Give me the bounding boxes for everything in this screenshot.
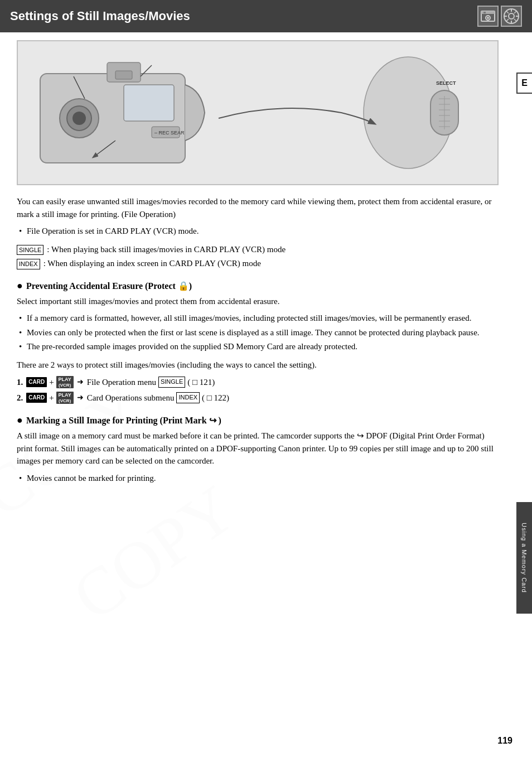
step1-line: 1. CARD + PLAY (VCR) ➜ File Operation me… bbox=[17, 375, 499, 389]
intro-bullet-1: File Operation is set in CARD PLAY (VCR)… bbox=[17, 225, 499, 238]
svg-point-20 bbox=[72, 112, 86, 125]
section1-bullets: If a memory card is formatted, however, … bbox=[17, 312, 499, 353]
section1-heading: Preventing Accidental Erasure (Protect 🔒… bbox=[17, 280, 499, 292]
page-title: Settings of Still Images/Movies bbox=[10, 9, 190, 23]
step2-ref: ( □ 122) bbox=[202, 391, 229, 404]
still-image-icon bbox=[477, 6, 499, 27]
section2-bullet-1: Movies cannot be marked for printing. bbox=[17, 472, 499, 485]
right-sidebar-label: Using a Memory Card bbox=[516, 502, 532, 614]
step2-line: 2. CARD + PLAY (VCR) ➜ Card Operations s… bbox=[17, 391, 499, 404]
step1-card-badge: CARD bbox=[26, 377, 47, 387]
svg-rect-25 bbox=[115, 71, 132, 79]
step2-text: Card Operations submenu bbox=[87, 391, 175, 404]
header-icons bbox=[477, 6, 522, 27]
step2-num: 2. bbox=[17, 391, 23, 404]
svg-line-15 bbox=[514, 11, 516, 13]
sidebar-text: Using a Memory Card bbox=[521, 523, 528, 593]
step1-plus: + bbox=[49, 375, 54, 389]
mode-line-single: SINGLE : When playing back still images/… bbox=[17, 243, 499, 256]
svg-line-14 bbox=[514, 19, 516, 21]
svg-rect-22 bbox=[124, 85, 174, 121]
diagram-image: – REC SEAR bbox=[17, 40, 499, 185]
step1-play-bot: (VCR) bbox=[59, 383, 71, 388]
svg-text:SELECT: SELECT bbox=[436, 80, 456, 86]
section1-heading-text: Preventing Accidental Erasure (Protect 🔒… bbox=[26, 281, 192, 291]
step2-play-badge: PLAY (VCR) bbox=[56, 392, 74, 404]
page-header: Settings of Still Images/Movies bbox=[0, 0, 532, 32]
section1-bullet-2: Movies can only be protected when the fi… bbox=[17, 326, 499, 339]
section2-heading: Marking a Still Image for Printing (Prin… bbox=[17, 414, 499, 426]
section2-lead: A still image on a memory card must be m… bbox=[17, 430, 499, 467]
step2-plus: + bbox=[49, 391, 54, 404]
section1-bullet-1: If a memory card is formatted, however, … bbox=[17, 312, 499, 325]
step1-single-badge: SINGLE bbox=[158, 377, 185, 388]
step2-index-badge: INDEX bbox=[176, 392, 200, 403]
main-content: – REC SEAR bbox=[0, 40, 515, 507]
svg-line-16 bbox=[506, 19, 509, 21]
mode-line-index: INDEX : When displaying an index screen … bbox=[17, 257, 499, 270]
single-badge: SINGLE bbox=[17, 245, 43, 255]
page-number: 119 bbox=[497, 736, 512, 746]
mode2-text: : When displaying an index screen in CAR… bbox=[43, 257, 261, 270]
intro-paragraph: You can easily erase unwanted still imag… bbox=[17, 195, 499, 220]
svg-point-8 bbox=[509, 13, 514, 19]
step1-num: 1. bbox=[17, 375, 23, 389]
movie-icon bbox=[501, 6, 522, 27]
protect-intro: There are 2 ways to protect still images… bbox=[17, 359, 499, 372]
section-tab-e: E bbox=[516, 73, 532, 94]
section2-heading-text: Marking a Still Image for Printing (Prin… bbox=[26, 415, 221, 426]
step2-arrow: ➜ bbox=[77, 392, 84, 404]
step2-play-bot: (VCR) bbox=[59, 398, 71, 404]
svg-line-13 bbox=[506, 11, 509, 13]
step1-play-top: PLAY bbox=[59, 377, 71, 383]
svg-text:– REC SEAR: – REC SEAR bbox=[154, 130, 185, 136]
mode1-text: : When playing back still images/movies … bbox=[47, 243, 286, 256]
section2-bullets: Movies cannot be marked for printing. bbox=[17, 472, 499, 485]
section1-bullet-3: The pre-recorded sample images provided … bbox=[17, 340, 499, 353]
intro-bullets: File Operation is set in CARD PLAY (VCR)… bbox=[17, 225, 499, 238]
step1-text: File Operation menu bbox=[87, 375, 156, 389]
svg-rect-3 bbox=[481, 11, 495, 14]
step2-play-top: PLAY bbox=[59, 392, 71, 398]
step1-play-badge: PLAY (VCR) bbox=[56, 376, 74, 388]
step1-ref: ( □ 121) bbox=[187, 375, 215, 389]
camcorder-diagram: – REC SEAR bbox=[18, 41, 497, 184]
index-badge: INDEX bbox=[17, 259, 40, 269]
step1-arrow: ➜ bbox=[77, 376, 84, 388]
svg-point-6 bbox=[487, 17, 489, 19]
section1-lead: Select important still images/movies and… bbox=[17, 295, 499, 308]
svg-rect-4 bbox=[483, 12, 486, 13]
step2-card-badge: CARD bbox=[26, 393, 47, 403]
